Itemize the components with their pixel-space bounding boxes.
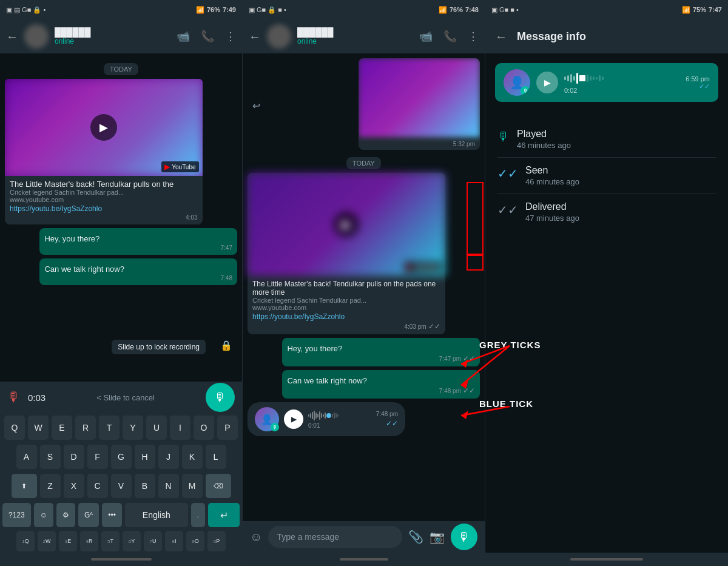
yt-subtitle: Cricket legend Sachin Tendulkar pad... [10, 189, 198, 196]
battery-time-2: 📶 76% 7:48 [439, 6, 479, 14]
audio-progress-dot [326, 413, 331, 418]
keyboard-area: Q W E R T Y U I O P A S D F G H J K L ⬆ … [0, 413, 242, 530]
key-w[interactable]: W [28, 416, 49, 440]
key-e[interactable]: E [52, 416, 72, 440]
key-s[interactable]: S [40, 445, 61, 469]
key-f[interactable]: F [87, 445, 108, 469]
key-q[interactable]: Q [4, 416, 25, 440]
send-button[interactable]: 🎙 [451, 524, 477, 550]
key-0[interactable]: 0P [207, 531, 226, 551]
back-button-2[interactable]: ← [249, 30, 261, 44]
key-dots[interactable]: ••• [102, 503, 122, 527]
yt-play-2[interactable]: ▶ [333, 211, 360, 238]
msg-hey-meta: 7:47 [44, 244, 232, 251]
audio-waveform [308, 410, 371, 421]
voice-call-icon[interactable]: 📞 [201, 30, 214, 43]
forwarded-bubble: 5:32 pm [359, 58, 480, 150]
audio-msg-2: 👤 🎙 ▶ [248, 402, 445, 436]
key-4[interactable]: 4R [80, 531, 98, 551]
played-time: 46 minutes ago [517, 141, 571, 150]
msg-talk: Can we talk right now? 7:48 [39, 258, 237, 285]
key-5[interactable]: 5T [101, 531, 120, 551]
video-call-icon-2[interactable]: 📹 [419, 30, 433, 43]
key-g[interactable]: G [111, 445, 132, 469]
chat-body-1[interactable]: TODAY ▶ ▶ YouTube The Little Master's ba… [0, 53, 242, 382]
status-bar-1: ▣ ▤ G■ 🔒 • 📶 76% 7:49 [0, 0, 242, 19]
key-t[interactable]: T [99, 416, 120, 440]
clock: 7:49 [223, 6, 236, 13]
delivered-details: Delivered 47 minutes ago [525, 201, 579, 223]
played-details: Played 46 minutes ago [517, 129, 571, 150]
video-call-icon[interactable]: 📹 [177, 30, 190, 43]
vm-play-button[interactable]: ▶ [536, 72, 558, 93]
battery-time-3: 📶 75% 7:47 [682, 6, 722, 14]
key-emoji[interactable]: ☺ [34, 503, 53, 527]
youtube-thumbnail[interactable]: ▶ ▶ YouTube [5, 79, 203, 176]
delivered-label: Delivered [525, 201, 579, 212]
key-u[interactable]: U [146, 416, 167, 440]
key-h[interactable]: H [135, 445, 155, 469]
contact-info-2: ██████ online [297, 27, 413, 45]
key-2[interactable]: 2W [38, 531, 56, 551]
status-icons-2: ▣ G■ 🔒 ■ • [249, 6, 286, 14]
send-mic-button[interactable]: 🎙 [206, 383, 235, 412]
key-settings[interactable]: ⚙ [56, 503, 75, 527]
attach-icon[interactable]: 📎 [408, 530, 423, 544]
key-backspace[interactable]: ⌫ [206, 474, 231, 498]
audio-play-btn[interactable]: ▶ [284, 409, 303, 429]
key-a[interactable]: A [16, 445, 37, 469]
key-r[interactable]: R [75, 416, 96, 440]
key-8[interactable]: 8I [165, 531, 183, 551]
waveform-bars [564, 71, 679, 86]
key-6[interactable]: 6Y [123, 531, 141, 551]
msg-talk-inner-2: Can we talk right now? 7:48 pm ✓✓ [282, 370, 480, 399]
voice-record-bar: 🎙 0:03 < Slide to cancel 🎙 [0, 382, 242, 413]
message-input[interactable]: Type a message [268, 526, 402, 548]
key-language[interactable]: English [125, 503, 188, 527]
key-p[interactable]: P [217, 416, 238, 440]
key-n[interactable]: N [158, 474, 179, 498]
key-j[interactable]: J [158, 445, 179, 469]
key-symbols[interactable]: ?123 [2, 503, 31, 527]
key-9[interactable]: 9O [186, 531, 204, 551]
key-k[interactable]: K [182, 445, 203, 469]
key-x[interactable]: X [64, 474, 84, 498]
key-i[interactable]: I [170, 416, 190, 440]
msg-hey-text: Hey, you there? [44, 234, 232, 243]
panel3-spacer [485, 235, 728, 553]
key-z[interactable]: Z [40, 474, 61, 498]
key-b[interactable]: B [135, 474, 155, 498]
emoji-icon[interactable]: ☺ [250, 530, 262, 544]
key-m[interactable]: M [182, 474, 203, 498]
key-shift[interactable]: ⬆ [12, 474, 37, 498]
key-translate[interactable]: Gᴬ [78, 503, 99, 527]
status-icons-3: ▣ G■ ■ • [491, 6, 519, 14]
yt-msg-2: ↩ ▶ ▶ YouTube The Little Master's back! … [248, 173, 445, 334]
more-options-icon-2[interactable]: ⋮ [468, 30, 479, 43]
key-l[interactable]: L [206, 445, 226, 469]
key-o[interactable]: O [194, 416, 214, 440]
back-button[interactable]: ← [6, 30, 18, 44]
key-period[interactable]: . [191, 503, 205, 527]
yt-link[interactable]: https://youtu.be/IygSaZzohlo [10, 204, 198, 213]
yt-thumb-2[interactable]: ▶ ▶ YouTube [248, 173, 445, 276]
contact-status: online [55, 37, 170, 45]
yt-link-2[interactable]: https://youtu.be/IygSaZzohlo [252, 312, 440, 321]
key-d[interactable]: D [64, 445, 84, 469]
key-c[interactable]: C [87, 474, 108, 498]
camera-icon[interactable]: 📷 [430, 530, 445, 544]
more-options-icon[interactable]: ⋮ [225, 30, 236, 43]
contact-status-2: online [297, 37, 413, 45]
key-enter[interactable]: ↵ [208, 503, 240, 527]
key-1[interactable]: 1Q [16, 531, 35, 551]
key-3[interactable]: 3E [59, 531, 77, 551]
msg-hey-time: 7:47 [221, 244, 232, 251]
key-y[interactable]: Y [123, 416, 143, 440]
chat-body-2[interactable]: ↩ 5:32 pm TODAY ↩ ▶ ▶ You [243, 53, 485, 521]
key-v[interactable]: V [111, 474, 132, 498]
back-button-3[interactable]: ← [495, 30, 507, 44]
key-7[interactable]: 7U [144, 531, 162, 551]
message-info-title: Message info [517, 30, 586, 43]
voice-call-icon-2[interactable]: 📞 [443, 30, 457, 43]
play-button-overlay[interactable]: ▶ [90, 114, 117, 141]
